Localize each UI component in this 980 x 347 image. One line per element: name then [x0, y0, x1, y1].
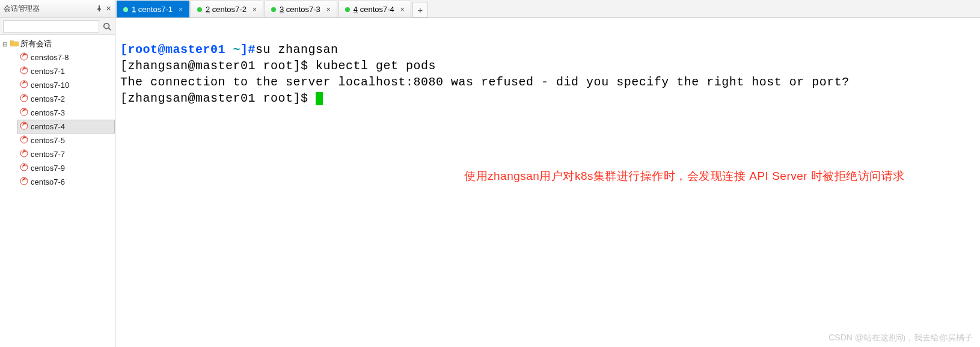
session-icon	[20, 149, 28, 159]
tab-label: 4 centos7-4	[354, 5, 394, 14]
terminal-line: The connection to the server localhost:8…	[120, 75, 850, 89]
tab-centos7-2[interactable]: 2 centos7-2×	[191, 1, 263, 17]
status-dot-icon	[123, 7, 128, 12]
session-item[interactable]: centos7-2	[17, 92, 115, 106]
close-icon[interactable]: ×	[253, 5, 257, 14]
search-input[interactable]	[3, 20, 99, 32]
annotation-text: 使用zhangsan用户对k8s集群进行操作时，会发现连接 API Server…	[464, 168, 905, 184]
session-label: centso7-6	[31, 177, 65, 186]
session-item[interactable]: centos7-7	[17, 147, 115, 161]
tree-root-label: 所有会话	[20, 38, 52, 49]
session-icon	[20, 66, 28, 76]
tab-label: 1 centos7-1	[132, 5, 173, 14]
folder-icon	[10, 40, 19, 49]
session-label: centos7-9	[31, 164, 65, 173]
session-item[interactable]: centos7-4	[17, 120, 115, 134]
prompt-bracket-close: ]	[240, 43, 248, 57]
terminal-line: [zhangsan@master01 root]$ kubectl get po…	[120, 59, 436, 73]
prompt-user: root@master01	[128, 43, 233, 57]
close-icon[interactable]: ×	[326, 5, 331, 14]
watermark: CSDN @站在这别动，我去给你买橘子	[828, 333, 973, 343]
session-item[interactable]: centos7-5	[17, 134, 115, 147]
session-icon	[20, 177, 28, 187]
sidebar-title: 会话管理器	[4, 4, 96, 14]
terminal-line: [zhangsan@master01 root]$	[120, 91, 316, 105]
pin-icon[interactable]	[96, 5, 102, 13]
status-dot-icon	[197, 7, 202, 12]
session-label: centos7-1	[31, 67, 65, 76]
status-dot-icon	[271, 7, 276, 12]
cmd-text: su zhangsan	[256, 43, 338, 57]
session-label: censtos7-8	[31, 53, 69, 62]
session-item[interactable]: centos7-9	[17, 161, 115, 175]
session-label: centos7-3	[31, 108, 65, 117]
session-label: centos7-7	[31, 150, 65, 159]
tab-label: 3 centos7-3	[280, 5, 320, 14]
sidebar-header: 会话管理器 ✕	[0, 0, 115, 18]
close-icon[interactable]: ×	[179, 5, 183, 14]
session-item[interactable]: centos7-3	[17, 106, 115, 120]
session-icon	[20, 80, 28, 90]
tab-label: 2 centos7-2	[206, 5, 247, 14]
collapse-icon[interactable]: ⊟	[2, 41, 8, 48]
status-dot-icon	[345, 7, 350, 12]
tab-centos7-1[interactable]: 1 centos7-1×	[117, 1, 189, 17]
session-icon	[20, 108, 28, 118]
session-manager-sidebar: 会话管理器 ✕ ⊟ 所有会话 censtos7-8centos7-1centos…	[0, 0, 115, 347]
search-row	[0, 18, 115, 35]
session-label: centos7-10	[31, 81, 69, 90]
session-item[interactable]: centso7-6	[17, 175, 115, 189]
svg-line-1	[108, 28, 111, 30]
close-icon[interactable]: ×	[400, 5, 405, 14]
session-item[interactable]: centos7-10	[17, 78, 115, 92]
svg-point-0	[103, 23, 109, 28]
add-tab-button[interactable]: +	[412, 2, 428, 17]
main-area: 1 centos7-1×2 centos7-2×3 centos7-3×4 ce…	[115, 0, 980, 347]
prompt-bracket: [	[120, 43, 128, 57]
search-icon[interactable]	[102, 21, 112, 32]
session-icon	[20, 94, 28, 104]
close-icon[interactable]: ✕	[106, 5, 111, 13]
session-label: centos7-2	[31, 94, 65, 103]
session-label: centos7-5	[31, 136, 65, 145]
session-icon	[20, 52, 28, 63]
tree-root[interactable]: ⊟ 所有会话	[0, 37, 115, 51]
tabbar: 1 centos7-1×2 centos7-2×3 centos7-3×4 ce…	[115, 0, 980, 18]
terminal[interactable]: [root@master01 ~]#su zhangsan [zhangsan@…	[115, 18, 980, 347]
session-label: centos7-4	[31, 122, 65, 131]
prompt-path: ~	[233, 43, 241, 57]
tab-centos7-3[interactable]: 3 centos7-3×	[265, 1, 337, 17]
session-icon	[20, 121, 28, 132]
prompt-hash: #	[248, 43, 256, 57]
session-icon	[20, 135, 28, 146]
session-item[interactable]: censtos7-8	[17, 51, 115, 64]
tab-centos7-4[interactable]: 4 centos7-4×	[338, 1, 411, 17]
session-icon	[20, 163, 28, 173]
cursor	[316, 92, 323, 105]
session-tree: ⊟ 所有会话 censtos7-8centos7-1centos7-10cent…	[0, 35, 115, 347]
session-item[interactable]: centos7-1	[17, 64, 115, 78]
